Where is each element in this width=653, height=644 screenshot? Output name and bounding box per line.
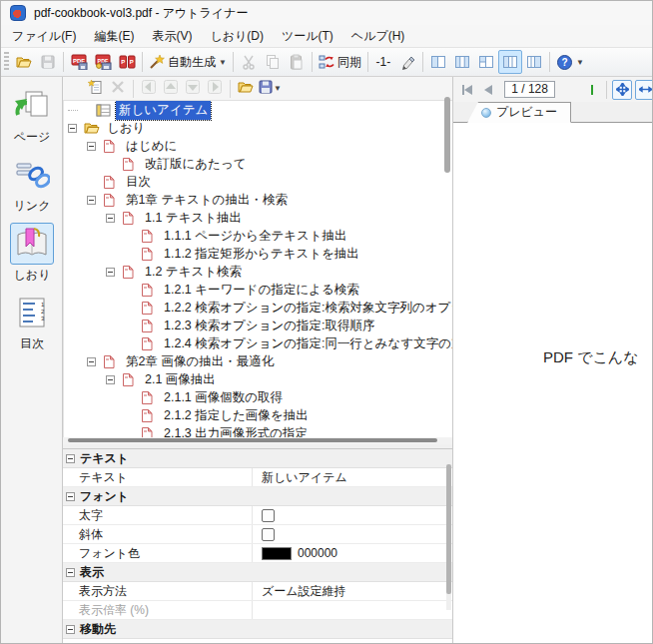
collapse-toggle-icon[interactable] xyxy=(66,454,75,463)
tree-row[interactable]: 目次 xyxy=(87,173,452,191)
tree-scroll-thumb[interactable] xyxy=(444,97,450,173)
sidebar-item-ページ[interactable]: ページ xyxy=(1,85,63,146)
sidebar-item-目次[interactable]: 123目次 xyxy=(1,292,63,352)
auto-generate-button[interactable]: 自動生成▼ xyxy=(146,50,230,74)
page-number-style-button[interactable]: -1- xyxy=(371,50,395,74)
sidebar-item-しおり[interactable]: しおり xyxy=(1,223,63,284)
pdf-save-button[interactable]: PDF xyxy=(67,50,91,74)
move-up-button[interactable] xyxy=(160,78,182,100)
menu-item-1[interactable]: 編集(E) xyxy=(85,25,143,48)
layout-split-mid-button[interactable] xyxy=(498,50,522,74)
grid-icon xyxy=(96,103,111,118)
property-value[interactable]: 000000 xyxy=(253,546,452,560)
color-swatch[interactable] xyxy=(262,547,292,560)
property-row[interactable]: フォント色000000 xyxy=(63,544,452,563)
menu-item-4[interactable]: ツール(T) xyxy=(273,25,342,48)
collapse-toggle-icon[interactable] xyxy=(106,375,115,384)
collapse-toggle-icon[interactable] xyxy=(87,196,96,205)
move-left-button[interactable] xyxy=(138,78,160,100)
menubar: ファイル(F)編集(E)表示(V)しおり(D)ツール(T)ヘルプ(H) xyxy=(1,25,653,47)
pdf-split-button[interactable]: PP xyxy=(115,50,139,74)
collapse-toggle-icon[interactable] xyxy=(87,142,96,151)
tree-hscroll-thumb[interactable] xyxy=(68,438,437,442)
props-scroll-thumb[interactable] xyxy=(446,464,451,594)
menu-item-5[interactable]: ヘルプ(H) xyxy=(342,25,414,48)
paste-button[interactable] xyxy=(285,50,309,74)
tree-row[interactable]: 1.2.4 検索オプションの指定:同一行とみなす文字の重なり xyxy=(125,334,452,352)
menu-item-0[interactable]: ファイル(F) xyxy=(3,25,85,48)
tree-row[interactable]: 2.1.3 出力画像形式の指定 xyxy=(125,424,452,437)
collapse-toggle-icon[interactable] xyxy=(68,124,77,133)
tree-row[interactable]: 改訂版にあたって xyxy=(106,155,452,173)
tree-row[interactable]: 1.2.1 キーワードの指定による検索 xyxy=(125,281,452,299)
property-value[interactable]: 新しいアイテム xyxy=(253,469,452,486)
tab-preview[interactable]: プレビュー xyxy=(467,102,571,123)
first-page-button[interactable] xyxy=(458,80,476,100)
cut-button[interactable] xyxy=(237,50,261,74)
move-right-button[interactable] xyxy=(204,78,226,100)
tree-row[interactable]: 1.1.1 ページから全テキスト抽出 xyxy=(125,227,452,245)
property-row[interactable]: 斜体 xyxy=(63,525,452,544)
pdf-save-as-button[interactable]: PDF xyxy=(91,50,115,74)
tree-row[interactable]: 第1章 テキストの抽出・検索 xyxy=(87,191,452,209)
layout-two-col-button[interactable] xyxy=(426,50,450,74)
collapse-toggle-icon[interactable] xyxy=(66,492,75,501)
property-row[interactable]: 太字 xyxy=(63,506,452,525)
tree-row[interactable]: 1.1 テキスト抽出 xyxy=(106,209,452,227)
tree-row[interactable]: 1.2 テキスト検索 xyxy=(106,263,452,281)
checkbox[interactable] xyxy=(262,528,275,541)
toolbar-gripper[interactable] xyxy=(4,52,9,72)
tree-horizontal-scrollbar[interactable] xyxy=(63,437,452,444)
import-outline-button[interactable] xyxy=(235,78,257,100)
layout-split-right-button[interactable] xyxy=(522,50,546,74)
checkbox[interactable] xyxy=(262,509,275,522)
export-outline-button[interactable]: ▼ xyxy=(257,78,283,100)
tree-row[interactable]: しおり xyxy=(68,119,452,137)
tree-vertical-scrollbar[interactable] xyxy=(444,97,450,396)
page-number-input[interactable]: 1 / 128 xyxy=(504,81,555,98)
highlighter-button[interactable] xyxy=(395,50,419,74)
fit-page-button[interactable] xyxy=(612,80,632,100)
move-down-button[interactable] xyxy=(182,78,204,100)
property-value[interactable]: ズーム設定維持 xyxy=(253,583,452,600)
props-vertical-scrollbar[interactable] xyxy=(446,460,451,610)
prev-page-button[interactable] xyxy=(479,80,497,100)
menu-item-3[interactable]: しおり(D) xyxy=(201,25,273,48)
tree-row[interactable]: 1.1.2 指定矩形からテキストを抽出 xyxy=(125,245,452,263)
next-page-button[interactable] xyxy=(562,80,580,100)
tree-row[interactable]: 1.2.3 検索オプションの指定:取得順序 xyxy=(125,317,452,334)
outline-pane: ▼ 新しいアイテムしおりはじめに改訂版にあたって目次第1章 テキストの抽出・検索… xyxy=(63,77,452,644)
property-value[interactable] xyxy=(253,528,452,541)
tree-row[interactable]: 2.1.2 指定した画像を抽出 xyxy=(125,406,452,424)
sidebar-item-リンク[interactable]: リンク xyxy=(1,154,63,215)
save-file-button[interactable] xyxy=(36,50,60,74)
tree-row[interactable]: 2.1 画像抽出 xyxy=(106,370,452,388)
layout-three-col-button[interactable] xyxy=(450,50,474,74)
open-file-button[interactable] xyxy=(12,50,36,74)
property-row[interactable]: 表示方法ズーム設定維持 xyxy=(63,582,452,601)
menu-item-2[interactable]: 表示(V) xyxy=(143,25,201,48)
collapse-toggle-icon[interactable] xyxy=(106,214,115,223)
arrow-up-icon xyxy=(163,79,179,98)
collapse-toggle-icon[interactable] xyxy=(106,268,115,277)
new-item-button[interactable] xyxy=(85,78,107,100)
delete-item-button[interactable] xyxy=(107,78,129,100)
tree-row[interactable]: 2.1.1 画像個数の取得 xyxy=(125,388,452,406)
layout-split-left-button[interactable] xyxy=(474,50,498,74)
property-value[interactable] xyxy=(253,509,452,522)
help-button[interactable]: ?▼ xyxy=(553,50,587,74)
tree-row[interactable]: 新しいアイテム xyxy=(68,101,452,119)
last-page-button[interactable] xyxy=(583,80,601,100)
collapse-toggle-icon[interactable] xyxy=(66,625,75,634)
property-row[interactable]: テキスト新しいアイテム xyxy=(63,468,452,487)
property-row[interactable]: 表示倍率 (%) xyxy=(63,601,452,620)
tree-row[interactable]: はじめに xyxy=(87,137,452,155)
fit-width-button[interactable] xyxy=(635,80,653,100)
collapse-toggle-icon[interactable] xyxy=(66,568,75,577)
page-icon xyxy=(103,139,118,154)
tree-row[interactable]: 第2章 画像の抽出・最適化 xyxy=(87,352,452,370)
tree-row[interactable]: 1.2.2 検索オプションの指定:検索対象文字列のオプション xyxy=(125,299,452,317)
copy-button[interactable] xyxy=(261,50,285,74)
sync-button[interactable]: 同期 xyxy=(316,50,364,74)
collapse-toggle-icon[interactable] xyxy=(87,357,96,366)
